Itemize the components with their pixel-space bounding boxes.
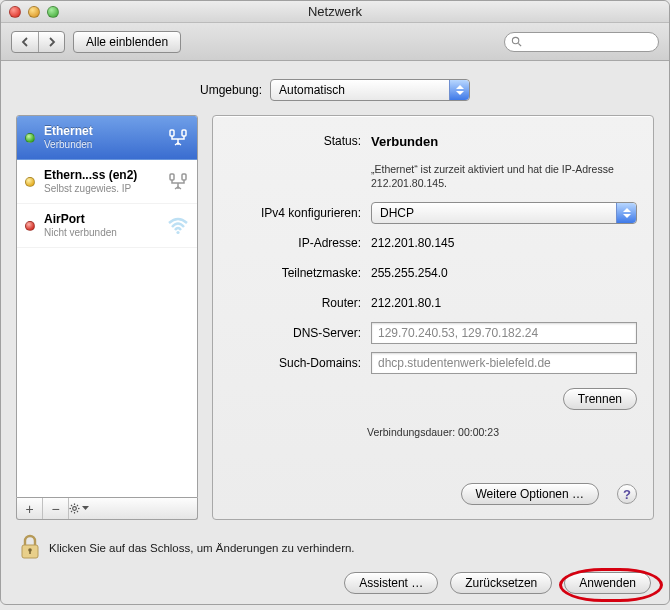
svg-line-12: [71, 505, 72, 506]
service-name: Ethern...ss (en2): [44, 168, 158, 182]
status-dot-icon: [25, 221, 35, 231]
button-row: Assistent … Zurücksetzen Anwenden: [19, 572, 651, 594]
service-name: Ethernet: [44, 124, 158, 138]
add-service-button[interactable]: +: [17, 498, 43, 519]
svg-line-14: [71, 511, 72, 512]
service-status: Selbst zugewies. IP: [44, 183, 158, 195]
location-select[interactable]: Automatisch: [270, 79, 470, 101]
status-dot-icon: [25, 177, 35, 187]
svg-rect-5: [182, 174, 186, 180]
status-label: Status:: [229, 134, 361, 148]
chevron-right-icon: [47, 37, 57, 47]
dns-input[interactable]: [371, 322, 637, 344]
status-value: Verbunden: [371, 134, 438, 149]
titlebar: Netzwerk: [1, 1, 669, 23]
ethernet-icon: [165, 125, 191, 151]
detail-pane: Status: Verbunden „Ethernet“ ist zurzeit…: [212, 115, 654, 520]
services-footer: + −: [16, 498, 198, 520]
apply-button[interactable]: Anwenden: [564, 572, 651, 594]
svg-rect-2: [170, 130, 174, 136]
service-item-ethernet[interactable]: Ethernet Verbunden: [17, 116, 197, 160]
svg-point-7: [73, 507, 77, 511]
svg-rect-18: [29, 550, 31, 554]
service-status: Nicht verbunden: [44, 227, 158, 239]
wifi-icon: [165, 213, 191, 239]
remove-service-button[interactable]: −: [43, 498, 69, 519]
search-field[interactable]: [504, 32, 659, 52]
disconnect-button[interactable]: Trennen: [563, 388, 637, 410]
select-arrows-icon: [449, 80, 469, 100]
service-item-airport[interactable]: AirPort Nicht verbunden: [17, 204, 197, 248]
svg-line-1: [518, 43, 521, 46]
nav-seg: [11, 31, 65, 53]
service-status: Verbunden: [44, 139, 158, 151]
subnet-mask-value: 255.255.254.0: [371, 266, 448, 280]
help-button[interactable]: ?: [617, 484, 637, 504]
lock-row: Klicken Sie auf das Schloss, um Änderung…: [19, 534, 651, 562]
lock-icon[interactable]: [19, 534, 41, 562]
show-all-button[interactable]: Alle einblenden: [73, 31, 181, 53]
search-domains-input[interactable]: [371, 352, 637, 374]
ip-address-value: 212.201.80.145: [371, 236, 454, 250]
gear-icon: [69, 503, 80, 514]
svg-rect-3: [182, 130, 186, 136]
window-title: Netzwerk: [1, 4, 669, 19]
service-name: AirPort: [44, 212, 158, 226]
chevron-down-icon: [82, 506, 89, 511]
status-dot-icon: [25, 133, 35, 143]
router-label: Router:: [229, 296, 361, 310]
location-label: Umgebung:: [200, 83, 262, 97]
subnet-mask-label: Teilnetzmaske:: [229, 266, 361, 280]
search-icon: [511, 36, 522, 47]
select-arrows-icon: [616, 203, 636, 223]
network-prefs-window: Netzwerk Alle einblenden Umgebung: Autom…: [0, 0, 670, 605]
ip-address-label: IP-Adresse:: [229, 236, 361, 250]
revert-button[interactable]: Zurücksetzen: [450, 572, 552, 594]
content-columns: Ethernet Verbunden Ethern...ss (en2) Sel…: [1, 115, 669, 528]
ethernet-icon: [165, 169, 191, 195]
back-button[interactable]: [12, 32, 38, 52]
service-actions-button[interactable]: [69, 498, 89, 519]
advanced-button[interactable]: Weitere Optionen …: [461, 483, 600, 505]
svg-rect-4: [170, 174, 174, 180]
search-domains-label: Such-Domains:: [229, 356, 361, 370]
chevron-left-icon: [20, 37, 30, 47]
lock-text: Klicken Sie auf das Schloss, um Änderung…: [49, 542, 355, 554]
duration-value: 00:00:23: [458, 426, 499, 438]
svg-line-13: [77, 511, 78, 512]
toolbar: Alle einblenden: [1, 23, 669, 61]
status-hint: „Ethernet“ ist zurzeit aktiviert und hat…: [229, 162, 637, 190]
dns-label: DNS-Server:: [229, 326, 361, 340]
ipv4-config-label: IPv4 konfigurieren:: [229, 206, 361, 220]
duration-label: Verbindungsdauer:: [367, 426, 455, 438]
forward-button[interactable]: [38, 32, 64, 52]
router-value: 212.201.80.1: [371, 296, 441, 310]
location-row: Umgebung: Automatisch: [1, 61, 669, 115]
footer: Klicken Sie auf das Schloss, um Änderung…: [1, 528, 669, 604]
service-item-en2[interactable]: Ethern...ss (en2) Selbst zugewies. IP: [17, 160, 197, 204]
services-list: Ethernet Verbunden Ethern...ss (en2) Sel…: [16, 115, 198, 498]
ipv4-config-select[interactable]: DHCP: [371, 202, 637, 224]
assistant-button[interactable]: Assistent …: [344, 572, 438, 594]
svg-point-0: [512, 37, 518, 43]
svg-line-15: [77, 505, 78, 506]
svg-point-6: [176, 230, 179, 233]
services-sidebar: Ethernet Verbunden Ethern...ss (en2) Sel…: [16, 115, 198, 520]
